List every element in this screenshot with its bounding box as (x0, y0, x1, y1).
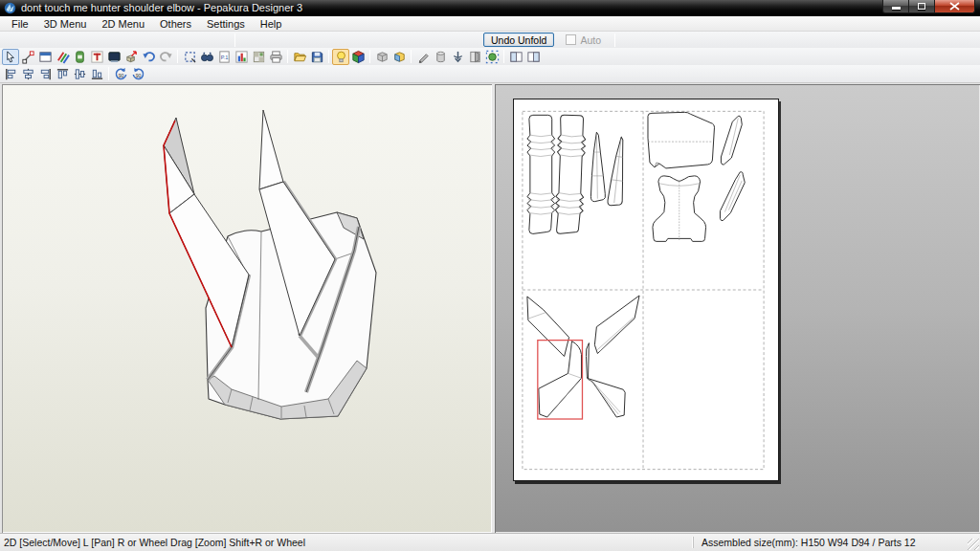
layout-right-button[interactable] (524, 49, 542, 65)
chart-layout-button[interactable] (233, 49, 250, 65)
3d-model (2, 84, 492, 533)
cylinder-icon (434, 50, 448, 64)
svg-text:90: 90 (118, 72, 123, 77)
pencil-edit-button[interactable] (414, 49, 432, 65)
align-right-icon (38, 67, 53, 81)
align-left-button[interactable] (2, 66, 19, 82)
open-file-button[interactable] (291, 49, 308, 65)
piece-chevron (527, 297, 569, 357)
marquee-select-button[interactable] (181, 49, 198, 65)
minimize-icon (892, 7, 901, 10)
undo-unfold-button[interactable]: Undo Unfold (483, 33, 554, 47)
window-title: dont touch me hunter shoulder elbow - Pe… (21, 0, 302, 16)
light-bulb-shading-button[interactable] (332, 49, 349, 65)
svg-text:P.1: P.1 (220, 55, 228, 60)
checker-board-button[interactable] (250, 49, 267, 65)
close-icon (949, 2, 960, 11)
menu-file[interactable]: File (4, 17, 36, 31)
unfold-box-button[interactable] (122, 49, 140, 65)
toolbar-separator (287, 50, 288, 63)
save-file-button[interactable] (308, 49, 325, 65)
align-right-button[interactable] (36, 66, 54, 82)
menu-3d-menu[interactable]: 3D Menu (36, 17, 95, 31)
align-center-vertical-button[interactable] (19, 66, 36, 82)
layout-left-button[interactable] (507, 49, 524, 65)
pattern-page[interactable] (513, 99, 779, 481)
rotate-90-cw-button[interactable]: 90 (129, 66, 146, 82)
align-top-button[interactable] (54, 66, 71, 82)
auto-checkbox[interactable] (566, 34, 576, 45)
floppy-icon (310, 50, 324, 64)
toolbar-separator (234, 33, 235, 47)
color-cube-button[interactable] (349, 49, 367, 65)
align-left-icon (4, 67, 18, 81)
window-icon (38, 50, 53, 64)
align-toolbar: 90 90 (0, 65, 980, 83)
light-bulb-icon (334, 50, 348, 64)
status-assembled-size: Assembled size(mm): H150 W94 D94 / Parts… (693, 537, 980, 548)
main-toolbar: P.1 (0, 48, 980, 65)
color-cube-icon (351, 50, 366, 64)
menu-help[interactable]: Help (253, 17, 290, 31)
toolbar-separator (108, 67, 109, 80)
menu-bar: File 3D Menu 2D Menu Others Settings Hel… (0, 16, 980, 32)
text-tool-button[interactable] (88, 49, 105, 65)
drop-anchor-button[interactable] (449, 49, 466, 65)
align-center-horizontal-button[interactable] (71, 66, 88, 82)
select-arrow-icon (4, 50, 18, 64)
rotate-90-ccw-button[interactable]: 90 (112, 66, 129, 82)
unfold-cube-icon (124, 50, 139, 64)
printer-icon (269, 50, 283, 64)
piece-large-panel (648, 112, 714, 168)
piece-blade (594, 296, 639, 354)
toolbar-separator (411, 50, 412, 63)
restore-button[interactable] (909, 0, 935, 13)
page-p1-button[interactable]: P.1 (215, 49, 233, 65)
align-bottom-icon (90, 67, 104, 81)
texture-setting-button[interactable] (71, 49, 88, 65)
undo-button[interactable] (140, 49, 157, 65)
undo-arrow-icon (142, 50, 156, 64)
solid-view-button[interactable] (373, 49, 390, 65)
dark-display-button[interactable] (105, 49, 122, 65)
toolbar-separator (614, 33, 615, 47)
menu-2d-menu[interactable]: 2D Menu (94, 17, 152, 31)
menu-others[interactable]: Others (152, 17, 199, 31)
sphere-dots-icon (485, 50, 500, 64)
dark-screen-icon (107, 50, 122, 64)
chart-bars-icon (234, 50, 249, 64)
edge-select-button[interactable] (19, 49, 36, 65)
auto-checkbox-group[interactable]: Auto (566, 34, 601, 46)
textured-view-button[interactable] (390, 49, 408, 65)
window-dialog-button[interactable] (36, 49, 54, 65)
print-button[interactable] (267, 49, 284, 65)
menu-settings[interactable]: Settings (199, 17, 253, 31)
status-bar: 2D [Select/Move] L [Pan] R or Wheel Drag… (0, 533, 980, 551)
2d-pattern-pane[interactable] (495, 84, 980, 533)
cylinder-button[interactable] (432, 49, 449, 65)
color-pencils-button[interactable] (54, 49, 71, 65)
workspace (0, 84, 980, 533)
zoom-binoculars-button[interactable] (198, 49, 215, 65)
page-p1-icon: P.1 (217, 50, 232, 64)
pencils-icon (56, 50, 70, 64)
textured-shape-icon (392, 50, 407, 64)
select-tool-button[interactable] (2, 49, 19, 65)
redo-button[interactable] (157, 49, 174, 65)
title-bar[interactable]: dont touch me hunter shoulder elbow - Pe… (0, 0, 980, 16)
close-button[interactable] (935, 0, 975, 13)
3d-view-pane[interactable] (2, 84, 492, 533)
status-hint-text: 2D [Select/Move] L [Pan] R or Wheel Drag… (0, 537, 693, 548)
marquee-icon (183, 50, 197, 64)
redo-arrow-icon (159, 50, 173, 64)
two-pane-left-icon (509, 50, 523, 64)
panel-door-button[interactable] (466, 49, 483, 65)
piece-shard (721, 116, 742, 165)
align-bottom-button[interactable] (88, 66, 105, 82)
piece-wing-right (586, 343, 625, 417)
restore-icon (918, 3, 925, 10)
sphere-select-button[interactable] (483, 49, 501, 65)
align-top-icon (56, 67, 70, 81)
resize-grip[interactable] (968, 539, 979, 550)
minimize-button[interactable] (882, 0, 909, 13)
